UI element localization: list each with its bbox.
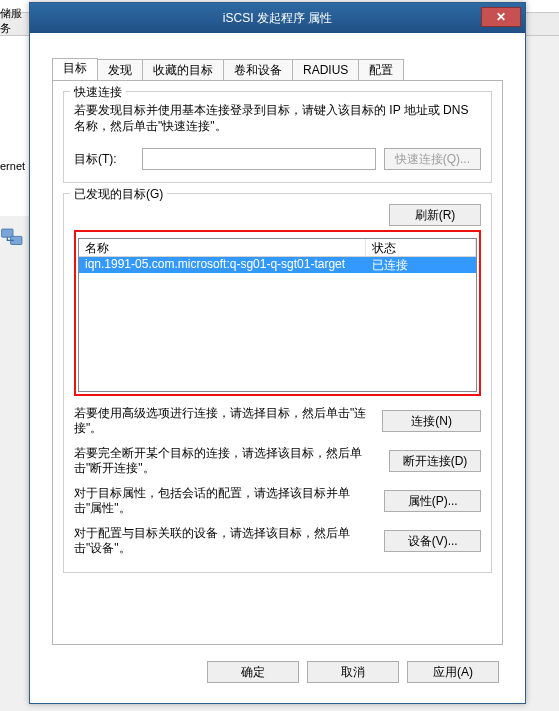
bg-text-ernet: ernet: [0, 160, 25, 172]
network-icon: [0, 226, 26, 250]
button-label: 应用(A): [433, 665, 473, 679]
tab-label: 目标: [63, 61, 87, 75]
tab-config[interactable]: 配置: [358, 59, 404, 81]
tab-label: 发现: [108, 63, 132, 77]
close-button[interactable]: ✕: [481, 7, 521, 27]
target-label: 目标(T):: [74, 151, 134, 168]
tab-label: 配置: [369, 63, 393, 77]
cell-state: 已连接: [366, 257, 476, 273]
ok-button[interactable]: 确定: [207, 661, 299, 683]
dialog-footer: 确定 取消 应用(A): [207, 661, 499, 683]
properties-button[interactable]: 属性(P)...: [384, 490, 481, 512]
apply-button[interactable]: 应用(A): [407, 661, 499, 683]
titlebar[interactable]: iSCSI 发起程序 属性 ✕: [30, 3, 525, 33]
tab-label: RADIUS: [303, 63, 348, 77]
cell-name: iqn.1991-05.com.microsoft:q-sg01-q-sgt01…: [79, 257, 366, 273]
svg-rect-0: [2, 229, 13, 237]
tab-label: 收藏的目标: [153, 63, 213, 77]
targets-highlight-box: 名称 状态 iqn.1991-05.com.microsoft:q-sg01-q…: [74, 230, 481, 396]
action-text: 对于目标属性，包括会话的配置，请选择该目标并单击"属性"。: [74, 486, 376, 516]
devices-button[interactable]: 设备(V)...: [384, 530, 481, 552]
button-label: 刷新(R): [415, 208, 456, 222]
group-discovered: 已发现的目标(G) 刷新(R) 名称 状态 iqn.1991-05.com.mi…: [63, 193, 492, 573]
tab-favorites[interactable]: 收藏的目标: [142, 59, 224, 81]
button-label: 确定: [241, 665, 265, 679]
button-label: 断开连接(D): [403, 454, 468, 468]
button-label: 连接(N): [411, 414, 452, 428]
content-area: 目标 发现 收藏的目标 卷和设备 RADIUS 配置 快速连接 若要发现目标并使…: [38, 41, 517, 695]
window-title: iSCSI 发起程序 属性: [223, 10, 332, 27]
action-disconnect: 若要完全断开某个目标的连接，请选择该目标，然后单击"断开连接"。 断开连接(D): [74, 446, 481, 476]
action-text: 若要完全断开某个目标的连接，请选择该目标，然后单击"断开连接"。: [74, 446, 381, 476]
connect-button[interactable]: 连接(N): [382, 410, 481, 432]
col-name[interactable]: 名称: [79, 239, 366, 256]
tab-radius[interactable]: RADIUS: [292, 59, 359, 81]
list-header: 名称 状态: [79, 239, 476, 257]
group-legend: 已发现的目标(G): [70, 186, 167, 203]
iscsi-properties-window: iSCSI 发起程序 属性 ✕ 目标 发现 收藏的目标 卷和设备 RADIUS …: [29, 2, 526, 704]
cancel-button[interactable]: 取消: [307, 661, 399, 683]
button-label: 快速连接(Q)...: [395, 152, 470, 166]
group-quick-connect: 快速连接 若要发现目标并使用基本连接登录到目标，请键入该目标的 IP 地址或 D…: [63, 91, 492, 183]
button-label: 设备(V)...: [408, 534, 458, 548]
quick-connect-desc: 若要发现目标并使用基本连接登录到目标，请键入该目标的 IP 地址或 DNS 名称…: [74, 102, 481, 134]
button-label: 属性(P)...: [408, 494, 458, 508]
quick-connect-button[interactable]: 快速连接(Q)...: [384, 148, 481, 170]
tab-label: 卷和设备: [234, 63, 282, 77]
action-text: 若要使用高级选项进行连接，请选择目标，然后单击"连接"。: [74, 406, 374, 436]
bg-text-storage: 储服务: [0, 6, 30, 36]
close-icon: ✕: [496, 10, 506, 24]
tab-discover[interactable]: 发现: [97, 59, 143, 81]
col-state[interactable]: 状态: [366, 239, 476, 256]
target-input[interactable]: [142, 148, 376, 170]
tab-volumes[interactable]: 卷和设备: [223, 59, 293, 81]
action-properties: 对于目标属性，包括会话的配置，请选择该目标并单击"属性"。 属性(P)...: [74, 486, 481, 516]
group-legend: 快速连接: [70, 84, 126, 101]
tab-panel-target: 快速连接 若要发现目标并使用基本连接登录到目标，请键入该目标的 IP 地址或 D…: [52, 80, 503, 645]
targets-list[interactable]: 名称 状态 iqn.1991-05.com.microsoft:q-sg01-q…: [78, 238, 477, 392]
button-label: 取消: [341, 665, 365, 679]
action-devices: 对于配置与目标关联的设备，请选择该目标，然后单击"设备"。 设备(V)...: [74, 526, 481, 556]
tab-target[interactable]: 目标: [52, 58, 98, 80]
disconnect-button[interactable]: 断开连接(D): [389, 450, 481, 472]
tab-strip: 目标 发现 收藏的目标 卷和设备 RADIUS 配置: [52, 59, 403, 81]
refresh-button[interactable]: 刷新(R): [389, 204, 481, 226]
table-row[interactable]: iqn.1991-05.com.microsoft:q-sg01-q-sgt01…: [79, 257, 476, 273]
action-connect: 若要使用高级选项进行连接，请选择目标，然后单击"连接"。 连接(N): [74, 406, 481, 436]
action-text: 对于配置与目标关联的设备，请选择该目标，然后单击"设备"。: [74, 526, 376, 556]
